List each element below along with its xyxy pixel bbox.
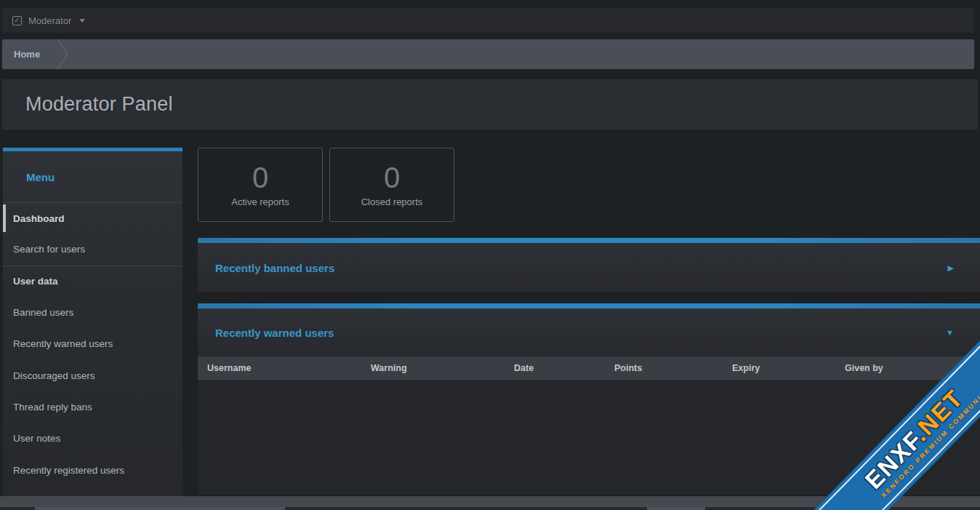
column-header-username: Username (207, 363, 371, 373)
sidebar-nav: Dashboard Search for users User data Ban… (3, 202, 182, 496)
sidebar-item-user-notes[interactable]: User notes (3, 423, 182, 454)
breadcrumb: Home (2, 39, 974, 69)
section-accent-bar (198, 303, 980, 308)
sidebar-item-discouraged-users[interactable]: Discouraged users (3, 359, 182, 391)
sidebar-item-label: Recently registered users (13, 465, 124, 476)
warned-users-table-header: Username Warning Date Points Expiry Give… (198, 356, 980, 380)
sidebar: Menu Dashboard Search for users User dat… (3, 148, 182, 496)
breadcrumb-separator-icon (56, 39, 72, 69)
warned-users-table-body (198, 380, 980, 495)
sidebar-item-dashboard[interactable]: Dashboard (3, 202, 182, 234)
collapse-right-arrow-icon: ▶ (948, 264, 954, 272)
report-stats-row: 0 Active reports 0 Closed reports (198, 148, 980, 222)
section-title: Recently banned users (215, 262, 948, 274)
column-header-date: Date (514, 363, 614, 373)
chevron-down-icon (79, 19, 85, 23)
sidebar-item-banned-users[interactable]: Banned users (3, 297, 182, 328)
sidebar-item-label: Dashboard (13, 213, 65, 224)
sidebar-item-label: Recently warned users (13, 338, 113, 349)
page-title-block: Moderator Panel (2, 79, 978, 130)
scrollbar-thumb[interactable] (35, 507, 285, 510)
bottom-bar (0, 496, 980, 507)
section-accent-bar (198, 238, 980, 243)
sidebar-item-search-for-users[interactable]: Search for users (3, 234, 182, 265)
sidebar-item-recently-registered-users[interactable]: Recently registered users (3, 454, 182, 485)
collapse-down-arrow-icon: ▼ (946, 329, 954, 337)
closed-reports-stat[interactable]: 0 Closed reports (329, 148, 454, 222)
horizontal-scrollbar[interactable] (0, 507, 980, 510)
sidebar-item-label: User notes (13, 433, 60, 444)
sidebar-item-label: Thread reply bans (13, 402, 92, 413)
main-content: 0 Active reports 0 Closed reports Recent… (198, 148, 980, 496)
page-title: Moderator Panel (25, 93, 173, 116)
section-recently-banned-users: Recently banned users ▶ (198, 238, 980, 292)
closed-reports-count: 0 (384, 163, 400, 192)
sidebar-section-user-data: User data (3, 266, 182, 297)
sidebar-menu-header: Menu (3, 151, 182, 202)
active-reports-label: Active reports (231, 196, 289, 207)
moderator-menu-label: Moderator (28, 15, 71, 26)
recently-warned-users-toggle[interactable]: Recently warned users ▼ (198, 308, 980, 356)
column-header-points: Points (614, 363, 732, 373)
sidebar-item-recently-warned-users[interactable]: Recently warned users (3, 328, 182, 359)
sidebar-section-label: User data (13, 276, 58, 287)
closed-reports-label: Closed reports (361, 196, 423, 207)
sidebar-item-most-warned-users[interactable]: Most warned users (3, 486, 182, 496)
column-header-given-by: Given by (845, 363, 980, 373)
active-reports-count: 0 (252, 163, 268, 192)
column-header-warning: Warning (371, 363, 514, 373)
sidebar-item-label: Discouraged users (13, 370, 95, 381)
column-header-expiry: Expiry (732, 363, 845, 373)
sidebar-item-thread-reply-bans[interactable]: Thread reply bans (3, 391, 182, 423)
recently-banned-users-toggle[interactable]: Recently banned users ▶ (198, 243, 980, 292)
active-reports-stat[interactable]: 0 Active reports (198, 148, 323, 222)
section-title: Recently warned users (215, 327, 946, 339)
top-bar: ✓ Moderator (2, 8, 974, 33)
scrollbar-thumb[interactable] (647, 507, 705, 510)
sidebar-item-label: Search for users (13, 244, 85, 255)
breadcrumb-home-link[interactable]: Home (14, 49, 40, 60)
sidebar-item-label: Banned users (13, 307, 73, 318)
section-recently-warned-users: Recently warned users ▼ Username Warning… (198, 303, 980, 495)
moderator-panel-screen: ✓ Moderator Home Moderator Panel Menu Da… (0, 0, 980, 510)
checkbox-icon: ✓ (12, 16, 22, 25)
moderator-menu-trigger[interactable]: ✓ Moderator (12, 15, 85, 26)
